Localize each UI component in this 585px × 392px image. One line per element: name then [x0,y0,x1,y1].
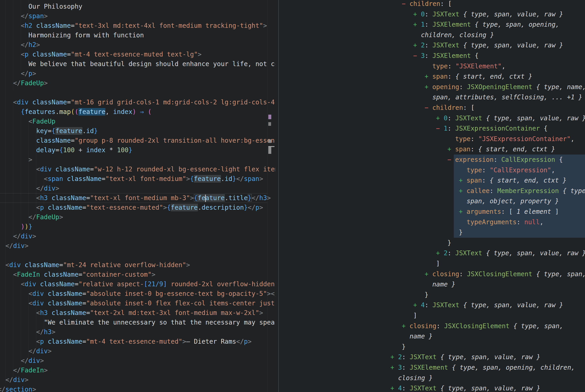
ast-row[interactable]: + 2: JSXText { type, span, value, raw } [413,40,563,50]
code-line[interactable]: </section> [0,385,275,392]
code-line[interactable]: </FadeUp> [0,78,275,88]
ast-row[interactable]: + 0: JSXText { type, span, value, raw } [436,113,585,124]
code-line[interactable]: </p> [0,69,275,78]
code-line[interactable]: <div className="mt-24 relative overflow-… [0,260,275,270]
ast-row[interactable]: span, object, property } [467,196,559,206]
ast-row[interactable]: − children: [ [402,0,452,9]
ast-row[interactable]: + 0: JSXText { type, span, value, raw } [413,9,563,20]
ast-row[interactable]: + callee: MemberExpression { type, [459,186,585,196]
ast-row[interactable]: span, attributes, selfClosing, ... +1 } [432,92,582,102]
ast-row[interactable]: − 3: JSXElement { [413,50,479,61]
ast-row[interactable]: closing } [398,373,433,383]
code-line[interactable]: <div className="mt-16 grid grid-cols-1 m… [0,98,275,107]
code-line[interactable] [0,88,275,98]
code-line[interactable]: <h3 className="text-2xl md:text-3xl font… [0,308,275,318]
code-line[interactable]: Harmonizing form with function [0,30,275,40]
ruler-decoration-mark [268,147,271,154]
overview-ruler[interactable] [267,0,268,392]
source-code-panel[interactable]: Our Philosophy </span> <h2 className="te… [0,0,278,392]
code-line[interactable]: <div className="relative aspect-[21/9] r… [0,280,275,289]
code-line[interactable]: </div> [0,375,275,385]
code-line[interactable]: </h3> [0,327,275,337]
ast-row[interactable]: + 2: JSXText { type, span, value, raw } [436,248,585,258]
code-line[interactable]: className="group p-8 rounded-2xl transit… [0,136,275,146]
code-line[interactable]: </div> [0,184,275,193]
code-line[interactable]: <h3 className="text-xl font-medium mb-3"… [0,193,275,203]
ast-row[interactable]: type: "JSXElement", [432,61,505,72]
code-line[interactable]: </span> [0,12,275,21]
code-line[interactable]: ))} [0,222,275,232]
code-line[interactable]: "We eliminate the unnecessary so that th… [0,318,275,327]
code-line[interactable]: </FadeIn> [0,366,275,375]
ruler-decoration-mark [268,115,271,119]
code-line[interactable]: <FadeUp [0,117,275,126]
code-line[interactable]: </FadeUp> [0,212,275,222]
code-line[interactable]: delay={100 + index * 100} [0,146,275,155]
code-line[interactable]: <h2 className="text-3xl md:text-4xl font… [0,21,275,30]
ast-tree-panel[interactable]: − children: [+ 0: JSXText { type, span, … [279,0,585,392]
ast-row[interactable]: − 1: JSXExpressionContainer { [436,123,547,134]
ast-row[interactable]: name } [432,279,455,290]
ast-row[interactable]: } [425,290,428,300]
ast-row[interactable]: ] [413,310,417,321]
ast-row[interactable]: type: "CallExpression", [467,165,555,176]
ast-row[interactable]: + arguments: [ 1 element ] [459,206,559,217]
code-line[interactable]: <p className="text-essence-muted">{featu… [0,203,275,212]
code-line[interactable]: {features.map((feature, index) ⇒ ( [0,107,275,117]
source-code-lines: Our Philosophy </span> <h2 className="te… [0,0,275,392]
ast-row[interactable]: name } [410,331,433,342]
ast-row[interactable]: } [459,227,463,238]
ast-row[interactable]: + span: { start, end, ctxt } [447,144,555,154]
code-line[interactable]: </div> [0,241,275,251]
code-line[interactable]: <div className="w-12 h-12 rounded-xl bg-… [0,164,275,174]
code-line[interactable]: > [0,155,275,164]
code-line[interactable]: <div className="absolute inset-0 bg-esse… [0,289,275,298]
ast-row[interactable]: } [402,342,406,352]
code-line[interactable]: We believe that beautiful design should … [0,59,275,69]
code-line[interactable]: </div> [0,346,275,356]
ast-row[interactable]: children, closing } [421,30,494,40]
ast-row[interactable]: typeArguments: null, [467,217,543,228]
ruler-decoration-mark [268,140,271,143]
code-line[interactable]: <span className="text-xl font-medium">{f… [0,174,275,184]
code-line[interactable]: Our Philosophy [0,2,275,12]
ast-row[interactable]: ] [436,258,440,269]
ast-row[interactable]: + opening: JSXOpeningElement { type, nam… [425,82,585,92]
code-line[interactable]: <p className="mt-4 text-essence-muted te… [0,50,275,59]
ast-row[interactable]: + closing: JSXClosingElement { type, spa… [425,269,585,280]
ast-row[interactable]: + span: { start, end, ctxt } [459,175,566,186]
ast-row[interactable]: − children: [ [425,102,475,113]
code-line[interactable]: </div> [0,232,275,241]
code-line[interactable] [0,251,275,260]
code-line[interactable]: </h2> [0,40,275,50]
ast-row[interactable]: type: "JSXExpressionContainer", [455,134,574,144]
ast-row[interactable]: + closing: JSXClosingElement { type, spa… [402,321,563,332]
ast-row[interactable]: + 2: JSXText { type, span, value, raw } [390,352,540,362]
code-line[interactable]: <FadeIn className="container-custom"> [0,270,275,280]
ast-row[interactable]: − expression: CallExpression { [447,154,563,165]
ast-row[interactable]: + 4: JSXText { type, span, value, raw } [390,383,540,392]
ruler-decoration-mark [268,122,271,126]
code-editor-with-ast-explorer: Our Philosophy </span> <h2 className="te… [0,0,585,392]
code-line[interactable]: key={feature.id} [0,126,275,136]
code-line[interactable]: <div className="absolute inset-0 flex fl… [0,298,275,308]
ast-row[interactable]: + 3: JSXElement { type, span, opening, c… [390,362,575,373]
ast-row[interactable]: } [447,238,451,248]
code-line[interactable]: <p className="mt-4 text-essence-muted">—… [0,337,275,346]
ast-row[interactable]: + span: { start, end, ctxt } [425,71,532,82]
ast-row[interactable]: + 1: JSXElement { type, span, opening, [413,19,559,30]
ast-row[interactable]: + 4: JSXText { type, span, value, raw } [413,300,563,310]
code-line[interactable]: </div> [0,356,275,366]
